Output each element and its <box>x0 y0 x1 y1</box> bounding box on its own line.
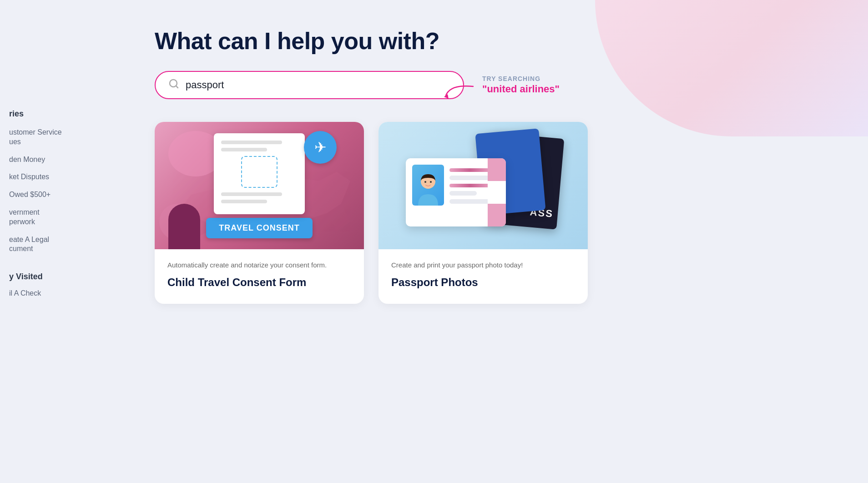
search-area: TRY SEARCHING "united airlines" <box>155 71 832 99</box>
try-searching-hint: TRY SEARCHING "united airlines" <box>482 75 560 95</box>
doc-line-1 <box>221 141 282 144</box>
airplane-icon: ✈ <box>314 139 327 156</box>
card-travel-body: Automatically create and notarize your c… <box>155 249 364 304</box>
main-content: What can I help you with? TRY SEARCHING … <box>127 0 868 331</box>
sidebar-item-customer-service[interactable]: ustomer Serviceues <box>9 128 127 147</box>
try-searching-value[interactable]: "united airlines" <box>482 83 560 95</box>
card-travel-consent[interactable]: TRAVEL CONSENT ✈ Automatically create an… <box>155 122 364 304</box>
doc-line-4 <box>221 200 267 203</box>
card-passport-title: Passport Photos <box>391 275 575 289</box>
id-card <box>406 158 506 226</box>
card-travel-title: Child Travel Consent Form <box>167 275 351 289</box>
arch-decoration <box>168 204 200 249</box>
id-lines <box>449 165 490 220</box>
sidebar-recent-item-check[interactable]: il A Check <box>9 289 127 298</box>
id-stripe-1 <box>449 168 490 172</box>
id-flag-area <box>488 158 506 226</box>
card-passport-photos[interactable]: ASS <box>378 122 588 304</box>
sidebar-item-legal-document[interactable]: eate A Legalcument <box>9 235 127 254</box>
search-icon <box>168 78 179 92</box>
sidebar-item-government[interactable]: vernmentperwork <box>9 208 127 227</box>
travel-consent-badge: TRAVEL CONSENT <box>206 218 312 238</box>
id-line-2 <box>449 191 477 196</box>
sidebar: ries ustomer Serviceues den Money ket Di… <box>0 0 127 483</box>
card-travel-image: TRAVEL CONSENT ✈ <box>155 122 364 249</box>
cards-grid: TRAVEL CONSENT ✈ Automatically create an… <box>155 122 832 304</box>
flag-stripe-3 <box>488 204 506 226</box>
flag-stripe-1 <box>488 158 506 181</box>
id-photo <box>412 165 444 206</box>
search-bar-container <box>155 71 464 99</box>
airplane-circle: ✈ <box>304 131 337 164</box>
sidebar-recently-title: y Visited <box>9 272 127 282</box>
doc-line-3 <box>221 192 282 196</box>
card-passport-body: Create and print your passport photo tod… <box>378 249 588 304</box>
page-title: What can I help you with? <box>155 27 832 55</box>
sidebar-item-market-disputes[interactable]: ket Disputes <box>9 172 127 182</box>
document-container: TRAVEL CONSENT <box>206 133 312 238</box>
sidebar-item-owed-money[interactable]: Owed $500+ <box>9 190 127 200</box>
doc-line-2 <box>221 148 267 151</box>
sidebar-categories-title: ries <box>9 109 127 119</box>
card-passport-description: Create and print your passport photo tod… <box>391 260 575 271</box>
svg-point-5 <box>430 181 432 183</box>
flag-stripe-2 <box>488 181 506 204</box>
try-searching-label: TRY SEARCHING <box>482 75 540 82</box>
arrow-icon <box>441 80 478 102</box>
svg-point-4 <box>424 181 426 183</box>
id-line-1 <box>449 176 490 180</box>
id-line-3 <box>449 199 490 204</box>
document-paper <box>214 133 305 214</box>
sidebar-recently-visited: y Visited il A Check <box>9 272 127 298</box>
svg-line-1 <box>176 86 178 88</box>
card-passport-image: ASS <box>378 122 588 249</box>
search-input[interactable] <box>186 79 450 91</box>
card-travel-description: Automatically create and notarize your c… <box>167 260 351 271</box>
sidebar-item-hidden-money[interactable]: den Money <box>9 155 127 165</box>
id-stripe-2 <box>449 184 490 187</box>
doc-dashed-box <box>241 156 278 188</box>
